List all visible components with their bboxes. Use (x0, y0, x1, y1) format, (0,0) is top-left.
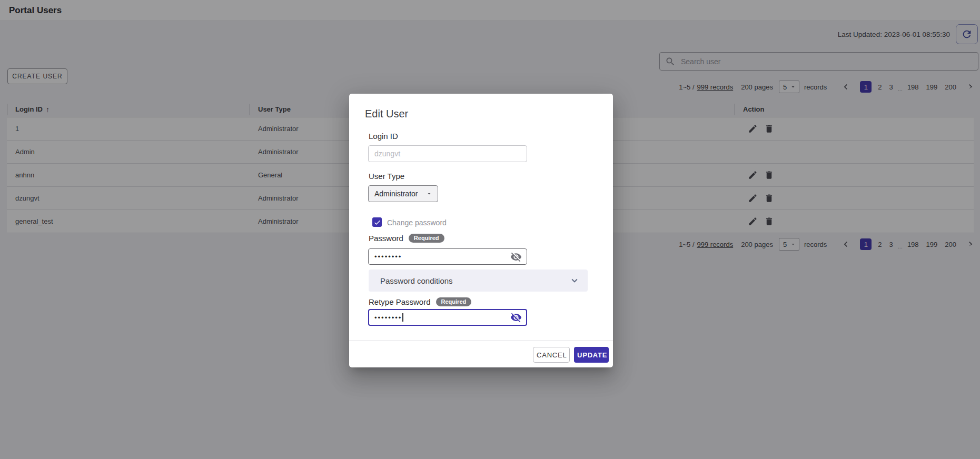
required-badge: Required (409, 234, 444, 243)
user-type-value: Administrator (374, 189, 418, 198)
login-id-field-wrap (368, 145, 527, 162)
password-label: Password (369, 234, 403, 243)
dialog-footer-divider (349, 340, 613, 341)
edit-user-dialog: Edit User Login ID User Type Administrat… (349, 94, 613, 367)
change-password-checkbox[interactable] (372, 217, 382, 227)
portal-users-page: Portal Users Last Updated: 2023-06-01 08… (0, 0, 980, 459)
user-type-select[interactable]: Administrator (368, 185, 438, 202)
retype-password-label: Retype Password (369, 297, 431, 306)
login-id-input[interactable] (369, 149, 527, 158)
password-field[interactable]: •••••••• (368, 248, 527, 265)
caret-down-icon (426, 191, 432, 197)
check-icon (373, 218, 381, 226)
retype-password-label-row: Retype Password Required (369, 297, 471, 306)
login-id-label: Login ID (369, 132, 398, 141)
eye-off-icon (510, 251, 522, 263)
dialog-title: Edit User (365, 108, 408, 120)
eye-off-icon (510, 312, 522, 323)
retype-password-masked-value: •••••••• (374, 313, 403, 322)
change-password-label: Change password (387, 218, 447, 227)
required-badge: Required (436, 297, 472, 306)
toggle-password-visibility-button[interactable] (510, 251, 522, 263)
user-type-label: User Type (369, 172, 404, 181)
toggle-retype-visibility-button[interactable] (510, 311, 522, 324)
password-masked-value: •••••••• (374, 253, 402, 261)
text-cursor (402, 313, 403, 322)
chevron-down-icon (569, 275, 580, 286)
password-conditions-label: Password conditions (380, 276, 453, 285)
password-conditions-expander[interactable]: Password conditions (369, 270, 588, 292)
cancel-button[interactable]: CANCEL (533, 347, 570, 363)
password-label-row: Password Required (369, 234, 444, 243)
update-button[interactable]: UPDATE (574, 347, 609, 363)
retype-password-field[interactable]: •••••••• (368, 309, 527, 326)
